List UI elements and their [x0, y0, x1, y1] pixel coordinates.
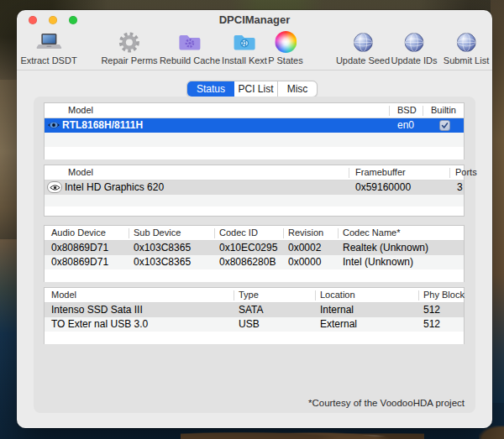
laptop-icon — [20, 29, 76, 55]
toolbar-label: Update Seed — [336, 55, 390, 65]
disk-table-header: Model Type Location Phy Block — [45, 288, 464, 303]
codec-id: 0x10EC0295 — [219, 242, 277, 253]
column-header-type[interactable]: Type — [239, 290, 259, 300]
revision: 0x0000 — [288, 256, 321, 268]
column-header-audio-device[interactable]: Audio Device — [51, 227, 106, 238]
disk-row[interactable]: TO Exter nal USB 3.0 USB External 512 — [45, 317, 464, 332]
column-separator — [129, 228, 129, 238]
audio-table-header: Audio Device Sub Device Codec ID Revisio… — [45, 226, 464, 241]
network-row-selected[interactable]: RTL8168H/8111H en0 — [45, 118, 464, 133]
toolbar-button-extract-dsdt[interactable]: Extract DSDT — [20, 29, 76, 65]
toolbar-label: P States — [268, 55, 302, 65]
tab-pci-list[interactable]: PCI List — [234, 81, 278, 97]
graphics-table-header: Model Framebuffer Ports — [45, 165, 464, 180]
wallpaper-rock-right — [491, 0, 504, 403]
column-separator — [214, 228, 215, 238]
wallpaper-rock-left — [0, 80, 18, 239]
tab-status[interactable]: Status — [187, 81, 234, 97]
graphics-table: Model Framebuffer Ports Intel HD Graphic… — [44, 165, 465, 217]
disk-type: USB — [239, 318, 260, 330]
empty-row — [45, 269, 464, 282]
tab-misc[interactable]: Misc — [278, 81, 317, 97]
disk-row[interactable]: Intenso SSD Sata III SATA Internal 512 — [45, 303, 464, 317]
network-table-header: Model BSD Builtin — [45, 103, 464, 118]
toolbar-label: Submit List — [444, 55, 489, 65]
globe-icon — [336, 29, 390, 55]
empty-row — [45, 147, 464, 159]
toolbar-label: Repair Perms — [101, 55, 157, 65]
footer-note: *Courtesy of the VoodooHDA project — [308, 398, 465, 408]
column-header-sub-device[interactable]: Sub Device — [134, 227, 181, 238]
tab-bar: Status PCI List Misc — [186, 81, 318, 97]
folder-gear-icon — [160, 29, 220, 55]
toolbar-button-install-kext[interactable]: Install Kext — [222, 29, 267, 65]
disk-location: Internal — [320, 304, 354, 316]
column-header-revision[interactable]: Revision — [288, 227, 323, 238]
audio-row[interactable]: 0x80869D71 0x103C8365 0x8086280B 0x0000 … — [45, 255, 464, 269]
column-header-bsd[interactable]: BSD — [397, 105, 417, 115]
wallpaper-shore-rocks — [181, 427, 424, 439]
gear-icon — [101, 29, 157, 55]
empty-row — [45, 195, 464, 206]
column-separator — [449, 168, 450, 178]
titlebar[interactable]: DPCIManager — [17, 10, 492, 29]
toolbar-button-p-states[interactable]: P States — [268, 29, 302, 65]
column-header-location[interactable]: Location — [320, 290, 355, 300]
empty-row — [45, 133, 464, 147]
toolbar-button-rebuild-cache[interactable]: Rebuild Cache — [160, 29, 220, 65]
disk-type: SATA — [239, 304, 264, 316]
audio-row[interactable]: 0x80869D71 0x103C8365 0x10EC0295 0x0002 … — [45, 241, 464, 255]
color-wheel-icon — [268, 29, 302, 55]
codec-id: 0x8086280B — [219, 256, 276, 268]
column-header-codec-name[interactable]: Codec Name* — [343, 227, 400, 238]
graphics-ports: 3 — [457, 181, 463, 193]
column-header-builtin[interactable]: Builtin — [431, 105, 456, 115]
column-separator — [234, 290, 234, 301]
audio-device: 0x80869D71 — [51, 242, 108, 253]
column-separator — [423, 106, 423, 116]
column-header-ports[interactable]: Ports — [455, 167, 477, 177]
column-separator — [338, 228, 339, 238]
folder-kext-icon — [222, 29, 267, 55]
toolbar-button-submit-list[interactable]: Submit List — [444, 29, 489, 65]
globe-icon — [444, 29, 489, 55]
sub-device: 0x103C8365 — [134, 242, 191, 253]
network-bsd: en0 — [397, 119, 414, 131]
graphics-row-selected[interactable]: Intel HD Graphics 620 0x59160000 3 — [45, 180, 464, 195]
column-header-framebuffer[interactable]: Framebuffer — [355, 167, 406, 177]
codec-name: Realtek (Unknown) — [343, 242, 428, 253]
toolbar-button-update-ids[interactable]: Update IDs — [391, 29, 437, 65]
visibility-eye-icon[interactable] — [47, 181, 62, 193]
disk-model: TO Exter nal USB 3.0 — [51, 318, 148, 330]
disk-phy-block: 512 — [423, 304, 440, 316]
app-window: DPCIManager Extract DSDT — [17, 10, 492, 428]
column-header-phy-block[interactable]: Phy Block — [423, 290, 465, 300]
visibility-eye-icon[interactable] — [47, 120, 60, 130]
graphics-model: Intel HD Graphics 620 — [65, 181, 164, 193]
network-model: RTL8168H/8111H — [62, 119, 143, 131]
empty-row — [45, 206, 464, 216]
column-header-model[interactable]: Model — [68, 167, 93, 177]
toolbar-button-update-seed[interactable]: Update Seed — [336, 29, 390, 65]
column-header-codec-id[interactable]: Codec ID — [219, 227, 258, 238]
column-separator — [349, 168, 349, 178]
disk-phy-block: 512 — [423, 318, 440, 330]
column-separator — [389, 106, 390, 116]
toolbar-label: Extract DSDT — [20, 55, 76, 65]
disk-model: Intenso SSD Sata III — [51, 304, 143, 316]
empty-row — [45, 332, 464, 344]
builtin-checkbox[interactable] — [439, 120, 450, 131]
globe-icon — [391, 29, 437, 55]
revision: 0x0002 — [288, 242, 321, 253]
column-separator — [418, 290, 419, 301]
column-separator — [283, 228, 284, 238]
audio-device: 0x80869D71 — [51, 256, 108, 268]
toolbar-button-repair-perms[interactable]: Repair Perms — [101, 29, 157, 65]
window-title: DPCIManager — [17, 13, 492, 26]
column-header-model[interactable]: Model — [51, 290, 76, 300]
column-header-model[interactable]: Model — [68, 105, 93, 115]
toolbar: Extract DSDT Repair Perms Rebuild Ca — [17, 29, 492, 71]
toolbar-label: Update IDs — [391, 55, 437, 65]
graphics-framebuffer: 0x59160000 — [355, 181, 411, 193]
toolbar-label: Rebuild Cache — [160, 55, 220, 65]
